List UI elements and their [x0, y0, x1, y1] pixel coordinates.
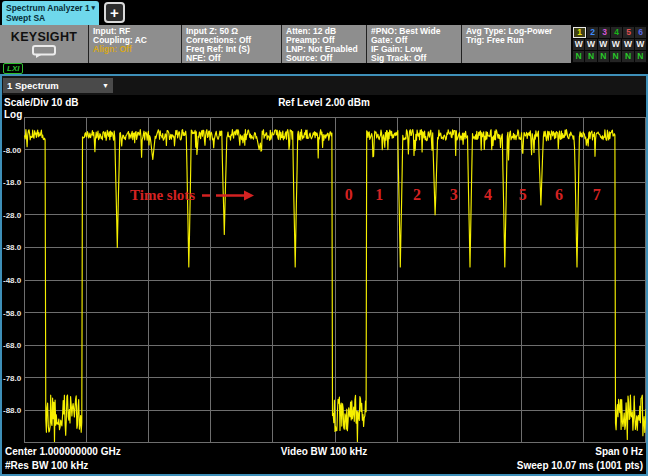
spectrum-analyzer-app: Spectrum Analyzer 1 ▾ Swept SA + KEYSIGH… — [0, 0, 648, 476]
chevron-down-icon: ▾ — [91, 4, 95, 13]
y-tick-label: -58.0 — [3, 308, 21, 317]
trace-status-cell: W — [635, 39, 646, 50]
measurement-window: 1 Spectrum ▼ Scale/Div 10 dB Ref Level 2… — [0, 74, 648, 476]
y-tick-label: -78.0 — [3, 373, 21, 382]
trace-5-button[interactable]: 5 — [623, 27, 634, 38]
ref-level[interactable]: Ref Level 2.00 dBm — [2, 97, 646, 108]
scale-row: Scale/Div 10 dB Ref Level 2.00 dBm — [2, 95, 646, 112]
graticule-and-trace — [24, 117, 646, 443]
bottom-annotation-bar: Center 1.000000000 GHz Video BW 100 kHz … — [2, 444, 646, 474]
trace-6-button[interactable]: 6 — [635, 27, 646, 38]
trace-3-button[interactable]: 3 — [599, 27, 610, 38]
brand-name: KEYSIGHT — [11, 30, 77, 44]
setting-line: NFE: Off — [186, 54, 281, 63]
y-tick-label: -18.0 — [3, 178, 21, 187]
status-strip: LXI — [0, 63, 648, 74]
setting-line: Trig: Free Run — [466, 36, 571, 45]
settings-col-pno[interactable]: #PNO: Best Wide Gate: Off IF Gain: Low S… — [366, 25, 461, 63]
log-scale-label: Log — [4, 109, 22, 120]
trace-status-cell: N — [598, 51, 609, 62]
setting-line: Source: Off — [286, 54, 366, 63]
y-tick-label: -38.0 — [3, 243, 21, 252]
settings-col-avg-trig[interactable]: Avg Type: Log-Power Trig: Free Run — [461, 25, 571, 63]
settings-col-atten[interactable]: Atten: 12 dB Preamp: Off LNP: Not Enable… — [281, 25, 366, 63]
trace-status-panel: 123456 WWWWWW NNNNNN — [571, 25, 648, 63]
lxi-badge: LXI — [3, 63, 23, 74]
video-bw[interactable]: Video BW 100 kHz — [218, 445, 431, 459]
y-tick-label: -68.0 — [3, 341, 21, 350]
trace-detector-row: NNNNNN — [573, 51, 646, 62]
dropdown-caret-icon: ▼ — [102, 82, 109, 89]
sweep-time[interactable]: Sweep 10.07 ms (1001 pts) — [324, 459, 643, 473]
trace-type-row: WWWWWW — [573, 39, 646, 50]
center-frequency[interactable]: Center 1.000000000 GHz — [5, 445, 218, 459]
trace-status-cell: W — [610, 39, 621, 50]
y-axis-tick-labels: -8.00-18.0-28.0-38.0-48.0-58.0-68.0-78.0… — [2, 117, 23, 443]
screen-tabs-bar: Spectrum Analyzer 1 ▾ Swept SA + — [0, 0, 648, 25]
res-bw[interactable]: #Res BW 100 kHz — [5, 459, 324, 473]
add-screen-button[interactable]: + — [104, 2, 125, 23]
trace-plot: Time slots01234567 — [24, 117, 646, 443]
settings-status-bar: KEYSIGHT Input: RF Coupling: AC Align: O… — [0, 25, 648, 63]
setting-line-align: Align: Off — [93, 45, 181, 54]
settings-col-input-z[interactable]: Input Z: 50 Ω Corrections: Off Freq Ref:… — [181, 25, 281, 63]
measurement-selected: 1 Spectrum — [7, 80, 59, 91]
y-tick-label: -48.0 — [3, 276, 21, 285]
trace-status-cell: N — [610, 51, 621, 62]
trace-status-cell: W — [573, 39, 584, 50]
trace-1-button[interactable]: 1 — [573, 27, 586, 38]
measurement-bar: 1 Spectrum ▼ — [2, 76, 646, 95]
keysight-bubble-icon — [31, 45, 57, 58]
trace-2-button[interactable]: 2 — [587, 27, 598, 38]
trace-status-cell: N — [635, 51, 646, 62]
setting-line: Sig Track: Off — [371, 54, 461, 63]
plot-region: Log -8.00-18.0-28.0-38.0-48.0-58.0-68.0-… — [2, 112, 646, 444]
tab-title: Spectrum Analyzer 1 — [6, 3, 90, 13]
keysight-logo: KEYSIGHT — [0, 25, 88, 63]
trace-status-cell: W — [585, 39, 596, 50]
trace-status-cell: W — [598, 39, 609, 50]
y-tick-label: -8.00 — [3, 145, 21, 154]
trace-status-cell: W — [622, 39, 633, 50]
trace-4-button[interactable]: 4 — [611, 27, 622, 38]
y-tick-label: -88.0 — [3, 406, 21, 415]
trace-numbers-row: 123456 — [573, 27, 646, 38]
y-tick-label: -28.0 — [3, 210, 21, 219]
span[interactable]: Span 0 Hz — [430, 445, 643, 459]
trace-status-cell: N — [622, 51, 633, 62]
trace-status-cell: N — [573, 51, 584, 62]
tab-spectrum-analyzer-1[interactable]: Spectrum Analyzer 1 ▾ Swept SA — [2, 1, 99, 25]
measurement-selector[interactable]: 1 Spectrum ▼ — [3, 78, 113, 93]
settings-col-input[interactable]: Input: RF Coupling: AC Align: Off — [88, 25, 181, 63]
tab-subtitle: Swept SA — [6, 13, 96, 23]
trace-status-cell: N — [585, 51, 596, 62]
